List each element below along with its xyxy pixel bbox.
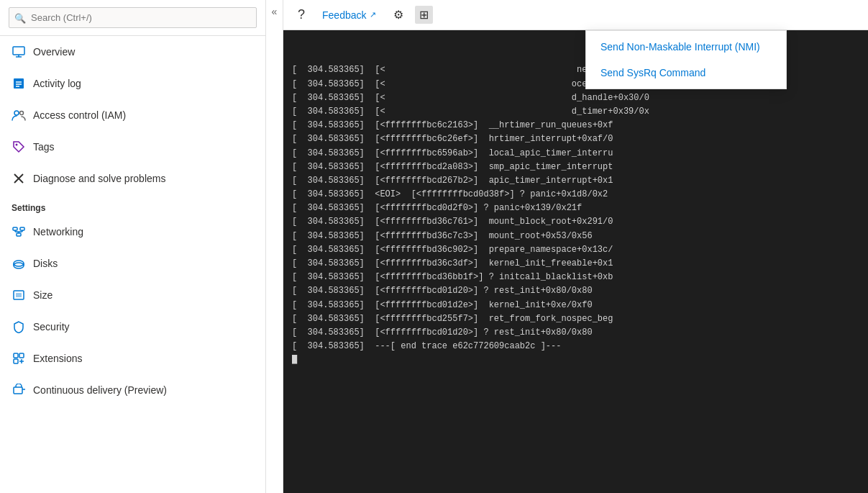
sidebar-item-tags-label: Tags <box>33 141 55 153</box>
terminal-line: [ 304.583365] [<ffffffffbcd01d20>] ? res… <box>292 326 859 340</box>
sidebar-item-iam-label: Access control (IAM) <box>33 109 126 121</box>
settings-section-header: Settings <box>0 194 265 216</box>
sidebar-item-extensions-label: Extensions <box>33 353 82 364</box>
sidebar-item-activity-log-label: Activity log <box>33 78 81 89</box>
svg-point-8 <box>20 112 24 115</box>
search-icon: 🔍 <box>14 12 26 23</box>
svg-point-9 <box>16 144 18 146</box>
sidebar-item-security[interactable]: Security <box>0 311 265 343</box>
sidebar-item-continuous-delivery-label: Continuous delivery (Preview) <box>33 384 167 396</box>
feedback-button[interactable]: Feedback ↗ <box>316 6 381 24</box>
terminal-line: [ 304.583365] [<ffffffffbd36c7c3>] mount… <box>292 230 859 243</box>
svg-rect-13 <box>20 227 24 230</box>
help-button[interactable]: ? <box>292 4 311 25</box>
sidebar-item-activity-log[interactable]: Activity log <box>0 68 265 99</box>
terminal-line: [ 304.583365] [<ffffffffbd36c761>] mount… <box>292 215 859 229</box>
sidebar-nav: Overview Activity log <box>0 36 265 406</box>
help-label: ? <box>298 7 305 22</box>
extensions-icon <box>12 351 26 366</box>
sidebar-item-extensions[interactable]: Extensions <box>0 343 265 374</box>
sidebar-item-disks-label: Disks <box>33 258 58 269</box>
sidebar-item-networking[interactable]: Networking <box>0 216 265 248</box>
terminal-line: [ 304.583365] [<ffffffffbc6596ab>] local… <box>292 147 859 160</box>
feedback-label: Feedback <box>322 9 366 21</box>
x-cross-icon <box>12 171 26 186</box>
sidebar-item-diagnose-label: Diagnose and solve problems <box>33 173 165 184</box>
terminal-line: [ 304.583365] [<ffffffffbcd2a083>] smp_a… <box>292 160 859 174</box>
terminal-line: [ 304.583365] ---[ end trace e62c772609c… <box>292 340 859 353</box>
toolbar: ? Feedback ↗ ⚙ ⊞ Send Non-Maskable Inter… <box>283 0 868 30</box>
terminal-line: [ 304.583365] [<ffffffffbcd01d20>] ? res… <box>292 284 859 298</box>
svg-rect-27 <box>14 359 18 363</box>
grid-icon: ⊞ <box>419 8 429 22</box>
send-nmi-label: Send Non-Maskable Interrupt (NMI) <box>600 41 760 53</box>
sidebar-item-disks[interactable]: Disks <box>0 248 265 279</box>
svg-rect-14 <box>17 233 21 236</box>
sidebar-item-networking-label: Networking <box>33 226 83 238</box>
search-input[interactable] <box>9 7 257 28</box>
send-sysrq-label: Send SysRq Command <box>600 67 705 78</box>
svg-rect-26 <box>19 353 24 358</box>
chevron-left-icon: « <box>272 6 278 17</box>
main-content: ? Feedback ↗ ⚙ ⊞ Send Non-Maskable Inter… <box>283 0 868 493</box>
terminal-line: [ 304.583365] [< d_handle+0x30/0 <box>292 91 859 105</box>
terminal-line: [ 304.583365] [<ffffffffbd36c3df>] kerne… <box>292 257 859 271</box>
grid-button[interactable]: ⊞ <box>415 6 433 24</box>
terminal-line: [ 304.583365] [<ffffffffbcd01d2e>] kerne… <box>292 299 859 312</box>
sidebar-collapse-button[interactable]: « <box>266 0 283 493</box>
svg-rect-0 <box>13 47 24 55</box>
delivery-icon <box>12 383 26 397</box>
svg-rect-12 <box>13 227 17 230</box>
settings-button[interactable]: ⚙ <box>388 5 409 24</box>
sidebar-item-overview[interactable]: Overview <box>0 36 265 68</box>
search-box: 🔍 <box>0 0 265 36</box>
terminal-line: [ 304.583365] [<ffffffffbc6c26ef>] hrtim… <box>292 132 859 146</box>
sidebar-item-diagnose[interactable]: Diagnose and solve problems <box>0 163 265 194</box>
network-icon <box>12 225 26 239</box>
sidebar-item-size[interactable]: Size <box>0 279 265 311</box>
sidebar-item-continuous-delivery[interactable]: Continuous delivery (Preview) <box>0 374 265 406</box>
terminal-line: [ 304.583365] <EOI> [<ffffffffbcd0d38f>]… <box>292 188 859 202</box>
people-icon <box>12 108 26 122</box>
svg-rect-25 <box>14 353 18 358</box>
terminal-line: [ 304.583365] [<ffffffffbcd267b2>] apic_… <box>292 174 859 188</box>
terminal-line: [ 304.583365] [< d_timer+0x39/0x <box>292 105 859 119</box>
external-link-icon: ↗ <box>370 10 376 19</box>
size-icon <box>12 288 26 302</box>
terminal-line: [ 304.583365] [<ffffffffbcd36bb1f>] ? in… <box>292 271 859 284</box>
svg-rect-24 <box>16 293 22 297</box>
terminal-line: █ <box>292 353 859 367</box>
terminal-line: [ 304.583365] [<ffffffffbc6c2163>] __hrt… <box>292 119 859 132</box>
sidebar: 🔍 Overview <box>0 0 266 493</box>
monitor-icon <box>12 45 26 59</box>
terminal-line: [ 304.583365] [<ffffffffbd36c902>] prepa… <box>292 243 859 257</box>
tag-icon <box>12 140 26 154</box>
svg-point-7 <box>14 111 19 115</box>
activity-icon <box>12 76 26 91</box>
context-dropdown-menu: Send Non-Maskable Interrupt (NMI) Send S… <box>585 30 787 89</box>
sidebar-item-tags[interactable]: Tags <box>0 131 265 163</box>
svg-rect-30 <box>14 387 22 394</box>
gear-icon: ⚙ <box>393 8 403 22</box>
sidebar-item-iam[interactable]: Access control (IAM) <box>0 99 265 131</box>
terminal-line: [ 304.583365] [<ffffffffbcd255f7>] ret_f… <box>292 312 859 326</box>
disk-icon <box>12 256 26 271</box>
send-nmi-button[interactable]: Send Non-Maskable Interrupt (NMI) <box>586 34 786 60</box>
sidebar-item-overview-label: Overview <box>33 46 75 58</box>
send-sysrq-button[interactable]: Send SysRq Command <box>586 60 786 86</box>
sidebar-item-size-label: Size <box>33 289 52 301</box>
security-icon <box>12 320 26 334</box>
svg-rect-3 <box>14 78 24 89</box>
sidebar-item-security-label: Security <box>33 321 70 333</box>
terminal-output[interactable]: [ 304.583365] [< ned_do_timer+0x[ 304.58… <box>283 30 868 493</box>
terminal-line: [ 304.583365] [<ffffffffbcd0d2f0>] ? pan… <box>292 202 859 215</box>
